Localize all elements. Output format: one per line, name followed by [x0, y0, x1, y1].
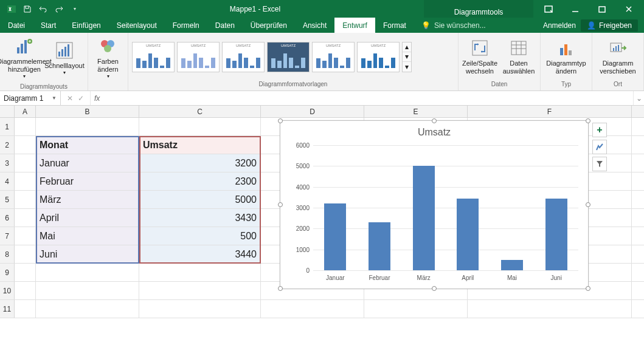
resize-handle[interactable]: [278, 118, 283, 123]
cell[interactable]: [364, 300, 468, 318]
chart-styles-button[interactable]: [592, 140, 607, 154]
select-all-corner[interactable]: [0, 106, 15, 117]
chart-bar[interactable]: [413, 166, 435, 270]
maximize-icon[interactable]: [589, 0, 615, 18]
save-icon[interactable]: [21, 2, 34, 16]
cell[interactable]: 2300: [139, 172, 261, 190]
cell[interactable]: [36, 282, 139, 299]
cell[interactable]: [468, 300, 632, 318]
signin-link[interactable]: Anmelden: [543, 21, 576, 30]
resize-handle[interactable]: [278, 202, 283, 207]
row-header[interactable]: 1: [0, 118, 15, 135]
chart-style-1[interactable]: UMSATZ: [132, 42, 175, 72]
row-header[interactable]: 9: [0, 264, 15, 281]
tab-start[interactable]: Start: [33, 18, 64, 33]
tab-data[interactable]: Daten: [207, 18, 243, 33]
redo-icon[interactable]: [52, 2, 66, 16]
embedded-chart[interactable]: Umsatz 0100020003000400050006000JanuarFe…: [280, 120, 589, 289]
name-box[interactable]: Diagramm 1 ▼: [0, 91, 61, 105]
switch-row-column-button[interactable]: Zeile/Spalte wechseln: [462, 37, 498, 77]
change-chart-type-button[interactable]: Diagrammtyp ändern: [545, 37, 587, 77]
move-chart-button[interactable]: Diagramm verschieben: [597, 37, 639, 77]
cell[interactable]: [139, 282, 261, 299]
row-header[interactable]: 5: [0, 191, 15, 208]
cancel-formula-icon[interactable]: ✕: [67, 94, 73, 103]
cell[interactable]: Juni: [36, 245, 139, 263]
resize-handle[interactable]: [586, 118, 590, 123]
resize-handle[interactable]: [586, 202, 590, 207]
cell[interactable]: [139, 118, 261, 135]
quick-layout-button[interactable]: Schnelllayout ▾: [46, 39, 83, 77]
chart-bar[interactable]: [501, 260, 523, 270]
minimize-icon[interactable]: [563, 0, 588, 18]
chart-elements-button[interactable]: +: [592, 123, 607, 137]
undo-icon[interactable]: [36, 2, 50, 16]
row-header[interactable]: 10: [0, 282, 15, 299]
cell-header-value[interactable]: Umsatz: [139, 136, 261, 154]
tab-review[interactable]: Überprüfen: [243, 18, 295, 33]
row-header[interactable]: 6: [0, 209, 15, 227]
worksheet-grid[interactable]: A B C D E F 1 2MonatUmsatz 3Januar3200 4…: [0, 106, 644, 345]
tell-me-bulb-icon[interactable]: 💡: [421, 21, 431, 30]
cell[interactable]: Februar: [36, 172, 139, 190]
formula-input[interactable]: [107, 94, 629, 103]
fx-icon[interactable]: fx: [91, 91, 103, 105]
tab-design[interactable]: Entwurf: [334, 18, 375, 33]
chart-title[interactable]: Umsatz: [284, 125, 584, 139]
chart-style-2[interactable]: UMSATZ: [177, 42, 220, 72]
chart-bar[interactable]: [457, 199, 479, 270]
resize-handle[interactable]: [432, 118, 437, 123]
cell[interactable]: 3430: [139, 209, 261, 227]
cell[interactable]: Mai: [36, 227, 139, 245]
cell[interactable]: [15, 136, 36, 154]
tab-file[interactable]: Datei: [0, 18, 33, 33]
cell[interactable]: [15, 172, 36, 190]
chart-styles-more[interactable]: ▴▾▾: [402, 42, 412, 72]
chart-bar[interactable]: [545, 199, 567, 270]
col-header-A[interactable]: A: [15, 106, 36, 117]
resize-handle[interactable]: [278, 286, 283, 291]
ribbon-display-options-icon[interactable]: [536, 0, 561, 18]
chart-bar[interactable]: [324, 203, 346, 270]
cell[interactable]: [36, 118, 139, 135]
col-header-B[interactable]: B: [36, 106, 139, 117]
cell[interactable]: [36, 264, 139, 281]
col-header-F[interactable]: F: [468, 106, 632, 117]
chart-style-5[interactable]: UMSATZ: [312, 42, 355, 72]
col-header-D[interactable]: D: [261, 106, 364, 117]
cell[interactable]: [15, 191, 36, 208]
cell[interactable]: [139, 264, 261, 281]
expand-formula-bar-icon[interactable]: ⌄: [633, 91, 644, 105]
tab-insert[interactable]: Einfügen: [64, 18, 108, 33]
chart-style-3[interactable]: UMSATZ: [222, 42, 265, 72]
change-colors-button[interactable]: Farben ändern ▾: [90, 35, 126, 81]
formula-bar[interactable]: [103, 91, 633, 105]
cell[interactable]: [15, 118, 36, 135]
row-header[interactable]: 2: [0, 136, 15, 154]
cell[interactable]: Januar: [36, 154, 139, 172]
cell[interactable]: April: [36, 209, 139, 227]
row-header[interactable]: 8: [0, 245, 15, 263]
select-data-button[interactable]: Daten auswählen: [500, 37, 537, 77]
close-icon[interactable]: [616, 0, 642, 18]
cell[interactable]: März: [36, 191, 139, 208]
cell[interactable]: [139, 300, 261, 318]
chart-style-4[interactable]: UMSATZ: [267, 42, 310, 72]
qat-customize-icon[interactable]: ▾: [68, 2, 81, 16]
tell-me-input[interactable]: Sie wünschen...: [434, 21, 486, 30]
cell[interactable]: [15, 264, 36, 281]
cell[interactable]: 3200: [139, 154, 261, 172]
row-header[interactable]: 11: [0, 300, 15, 318]
row-header[interactable]: 3: [0, 154, 15, 172]
tab-pagelayout[interactable]: Seitenlayout: [109, 18, 165, 33]
chart-style-6[interactable]: UMSATZ: [357, 42, 400, 72]
cell[interactable]: [15, 245, 36, 263]
col-header-E[interactable]: E: [364, 106, 468, 117]
resize-handle[interactable]: [586, 286, 590, 291]
cell[interactable]: 500: [139, 227, 261, 245]
resize-handle[interactable]: [432, 286, 437, 291]
tab-format[interactable]: Format: [375, 18, 414, 33]
add-chart-element-button[interactable]: Diagrammelement hinzufügen ▾: [5, 35, 44, 81]
cell[interactable]: [15, 300, 36, 318]
cell[interactable]: 3440: [139, 245, 261, 263]
